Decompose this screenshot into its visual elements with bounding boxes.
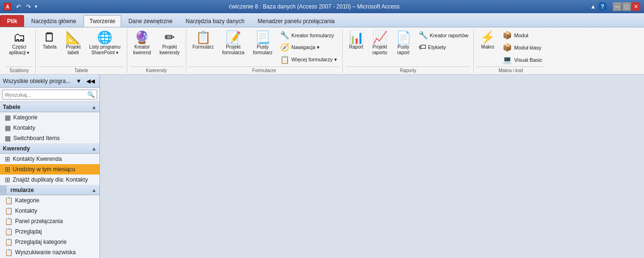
tab-dane-zewnetrzne[interactable]: Dane zewnętrzne — [122, 15, 178, 27]
wiecej-formularzy-label: Więcej formularzy ▾ — [291, 57, 337, 63]
kreator-raportow-button[interactable]: 🔧 Kreator raportów — [416, 29, 471, 41]
projekt-raportu-button[interactable]: 📈 Projektraportu — [369, 29, 391, 58]
search-icon[interactable]: 🔍 — [85, 90, 97, 99]
tabela-label: Tabela — [43, 44, 57, 50]
nav-collapse-button[interactable]: ◀◀ — [84, 77, 97, 85]
nav-search-input[interactable] — [3, 91, 85, 99]
czesci-aplikacji-icon: 🗂 — [13, 31, 25, 43]
tabela-button[interactable]: 🗒 Tabela — [39, 29, 60, 52]
nav-item-kontakty-kwerenda-label: Kontakty Kwerenda — [13, 156, 62, 162]
projekt-formularza-label: Projektformularza — [222, 44, 244, 56]
form-icon: 📋 — [5, 238, 13, 246]
formularz-button[interactable]: 📋 Formularz — [189, 29, 217, 52]
czesci-aplikacji-label: Częściaplikacji ▾ — [9, 44, 29, 56]
listy-sharepoint-button[interactable]: 🌐 Listy programuSharePoint ▾ — [86, 29, 124, 58]
nav-item-panel-przełaczania[interactable]: 📋 Panel przełączania — [0, 216, 99, 226]
nav-search-box: 🔍 — [2, 90, 97, 100]
raport-label: Raport — [349, 44, 363, 50]
group-kwerendy: 🔮 Kreatorkwerend ✏ Projektkwerendy Kwere… — [127, 29, 187, 73]
nav-item-przegladaj-kategorie[interactable]: 📋 Przeglądaj kategorie — [0, 237, 99, 247]
pusty-raport-button[interactable]: 📄 Pustyraport — [393, 29, 414, 58]
nav-section-kwerendy-arrow: ▲ — [91, 146, 97, 151]
minimize-button[interactable]: ─ — [613, 2, 621, 11]
nav-item-wyszukiwanie-nazwiska-label: Wyszukiwanie nazwiska — [15, 249, 76, 256]
modul-button[interactable]: 📦 Moduł — [500, 29, 545, 41]
nav-item-kontakty-table[interactable]: ▦ Kontakty — [0, 123, 99, 133]
nav-header-title: Wszystkie obiekty progra... — [3, 78, 70, 84]
kreator-formularzy-button[interactable]: 🔧 Kreator formularzy — [278, 29, 339, 41]
tab-tworzenie[interactable]: Tworzenie — [83, 15, 122, 27]
undo-redo-group: ↶ ↷ ▼ — [14, 2, 38, 11]
nav-item-kategorie-form[interactable]: 📋 Kategorie — [0, 195, 99, 206]
nav-item-duplikaty-label: Znajdź duplikaty dla: Kontakty — [13, 176, 88, 183]
projekt-tabeli-button[interactable]: 📐 Projekttabeli — [62, 29, 84, 58]
nav-item-kontakty-kwerenda[interactable]: ⊞ Kontakty Kwerenda — [0, 154, 99, 164]
window-title: ćwiczenie 8 : Baza danych (Access 2007 -… — [229, 3, 399, 10]
nav-item-kontakty-table-label: Kontakty — [13, 125, 35, 131]
projekt-formularza-button[interactable]: 📝 Projektformularza — [219, 29, 248, 58]
group-tabele-content: 🗒 Tabela 📐 Projekttabeli 🌐 Listy program… — [39, 29, 124, 66]
etykiety-label: Etykiety — [428, 44, 446, 50]
nav-section-tabele[interactable]: Tabele ▲ — [0, 102, 99, 112]
undo-button[interactable]: ↶ — [14, 2, 23, 11]
nav-item-wyszukiwanie-nazwiska[interactable]: 📋 Wyszukiwanie nazwiska — [0, 247, 99, 258]
pusty-raport-label: Pustyraport — [397, 44, 409, 56]
nawigacja-button[interactable]: 🧭 Nawigacja ▾ — [278, 42, 339, 53]
nav-item-kategorie-table-label: Kategorie — [13, 114, 37, 121]
czesci-aplikacji-button[interactable]: 🗂 Częściaplikacji ▾ — [6, 29, 33, 58]
listy-sharepoint-label: Listy programuSharePoint ▾ — [89, 44, 120, 56]
makro-icon: ⚡ — [480, 31, 495, 43]
nav-item-kontakty-form[interactable]: 📋 Kontakty — [0, 206, 99, 216]
nav-scroll-area[interactable]: Tabele ▲ ▦ Kategorie ▦ Kontakty ▦ Switch… — [0, 102, 99, 258]
visual-basic-button[interactable]: 💻 Visual Basic — [500, 54, 545, 66]
quick-access-arrow[interactable]: ▼ — [34, 4, 38, 9]
wiecej-formularzy-button[interactable]: 📋 Więcej formularzy ▾ — [278, 54, 339, 66]
tab-narzedzia-bazy-danych[interactable]: Narzędzia bazy danych — [180, 15, 251, 27]
nav-header: Wszystkie obiekty progra... ▼ ◀◀ — [0, 75, 99, 88]
group-raporty-label: Raporty — [346, 67, 471, 73]
kreator-kwerend-button[interactable]: 🔮 Kreatorkwerend — [130, 29, 155, 58]
nav-item-przegladaj[interactable]: 📋 Przeglądaj — [0, 226, 99, 237]
kreator-raportow-label: Kreator raportów — [430, 33, 469, 38]
group-tabele: 🗒 Tabela 📐 Projekttabeli 🌐 Listy program… — [36, 29, 127, 73]
tab-menadzer-panelu[interactable]: Menadzer panelu przełączania — [252, 15, 341, 27]
makro-button[interactable]: ⚡ Makro — [477, 29, 498, 52]
visual-basic-label: Visual Basic — [514, 57, 542, 63]
nav-item-switchboard-items-label: Switchboard Items — [13, 135, 60, 141]
etykiety-button[interactable]: 🏷 Etykiety — [416, 42, 471, 53]
redo-button[interactable]: ↷ — [24, 2, 33, 11]
modul-klasy-button[interactable]: 📦 Moduł klasy — [500, 42, 545, 53]
form-icon: 📋 — [5, 228, 13, 235]
titlebar: A ↶ ↷ ▼ ćwiczenie 8 : Baza danych (Acces… — [0, 0, 644, 13]
nav-item-kategorie-table[interactable]: ▦ Kategorie — [0, 112, 99, 123]
tabela-icon: 🗒 — [43, 31, 56, 43]
ribbon-tabs: Plik Narzędzia główne Tworzenie Dane zew… — [0, 13, 644, 27]
group-kwerendy-content: 🔮 Kreatorkwerend ✏ Projektkwerendy — [130, 29, 183, 66]
table-icon: ▦ — [5, 124, 11, 132]
tab-plik[interactable]: Plik — [0, 15, 24, 27]
form-icon: 📋 — [5, 217, 13, 225]
close-button[interactable]: ✕ — [632, 2, 640, 11]
projekt-tabeli-label: Projekttabeli — [66, 44, 81, 56]
nav-category-button[interactable]: ▼ — [74, 77, 83, 85]
pusty-formularz-button[interactable]: 📃 Pustyformularz — [249, 29, 276, 58]
nav-section-formularze[interactable]: ⋮⋮ rmularze ▲ — [0, 185, 99, 195]
projekt-formularza-icon: 📝 — [226, 31, 241, 43]
query-icon: ⊞ — [5, 176, 10, 183]
nav-item-urodziny[interactable]: ⊞ Urodziny w tym miesiącu — [0, 164, 99, 175]
makra-small-btns: 📦 Moduł 📦 Moduł klasy 💻 Visual Basic — [500, 29, 545, 66]
ribbon-collapse-button[interactable]: ▲ — [590, 3, 596, 10]
tab-narzedzia-glowne[interactable]: Narzędzia główne — [25, 15, 82, 27]
pusty-formularz-icon: 📃 — [255, 31, 270, 43]
maximize-button[interactable]: □ — [622, 2, 631, 11]
help-button[interactable]: ? — [598, 2, 607, 11]
nav-item-przegladaj-label: Przeglądaj — [15, 228, 42, 235]
raport-button[interactable]: 📊 Raport — [346, 29, 367, 52]
nav-item-switchboard-items[interactable]: ▦ Switchboard Items — [0, 133, 99, 143]
main-content-area — [100, 75, 644, 258]
projekt-kwerendy-button[interactable]: ✏ Projektkwerendy — [156, 29, 183, 58]
nav-search-area: 🔍 — [0, 88, 99, 102]
group-szablony-content: 🗂 Częściaplikacji ▾ — [6, 29, 33, 66]
nav-item-duplikaty[interactable]: ⊞ Znajdź duplikaty dla: Kontakty — [0, 175, 99, 185]
nav-section-kwerendy[interactable]: Kwerendy ▲ — [0, 143, 99, 154]
